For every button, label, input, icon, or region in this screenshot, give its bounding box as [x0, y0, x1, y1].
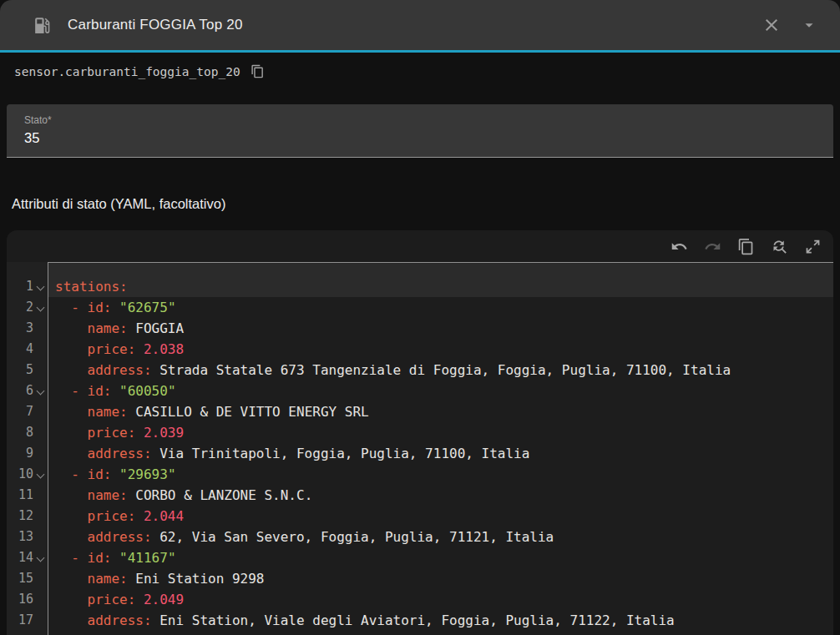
line-number-row: 13: [7, 527, 48, 547]
caret-down-icon: [800, 16, 818, 34]
line-number-row: 1: [7, 276, 48, 297]
line-number: 7: [7, 401, 33, 422]
chevron-down-icon: [37, 554, 45, 562]
entity-settings-dialog: Carburanti FOGGIA Top 20 sensor.carburan…: [0, 0, 840, 635]
code-line: address: Eni Station, Viale degli Aviato…: [55, 610, 833, 631]
fold-toggle[interactable]: [33, 464, 48, 485]
fold-toggle[interactable]: [33, 297, 48, 318]
redo-icon: [704, 238, 721, 255]
line-number: 15: [7, 568, 33, 589]
undo-icon: [670, 238, 688, 255]
redo-button: [704, 238, 721, 255]
copy-icon: [250, 64, 265, 78]
line-number: 10: [7, 464, 33, 485]
line-number: 3: [7, 318, 33, 339]
attributes-heading: Attributi di stato (YAML, facoltativo): [12, 196, 840, 212]
gas-station-icon: [32, 15, 53, 36]
line-number: 2: [7, 297, 33, 318]
code-line: price: 2.049: [55, 589, 833, 610]
line-number: 12: [7, 506, 33, 527]
code-line: - id: "41167": [55, 547, 833, 568]
line-number-row: 14: [7, 547, 48, 568]
line-number: 5: [7, 360, 33, 380]
code-line: name: CORBO & LANZONE S.N.C.: [55, 485, 833, 506]
line-number: 13: [7, 527, 33, 547]
line-number-row: 9: [7, 443, 48, 464]
line-number: 9: [7, 443, 33, 464]
line-number-row: 16: [7, 589, 48, 610]
find-replace-button[interactable]: [771, 238, 788, 255]
editor-toolbar: [7, 230, 833, 262]
entity-id: sensor.carburanti_foggia_top_20: [14, 65, 240, 78]
line-number: 17: [7, 610, 33, 631]
code-line: name: CASILLO & DE VITTO ENERGY SRL: [55, 401, 833, 422]
line-number-row: 7: [7, 401, 48, 422]
line-number: 8: [7, 422, 33, 443]
code-line: address: 62, Via San Severo, Foggia, Pug…: [55, 527, 833, 547]
chevron-down-icon: [37, 304, 45, 312]
fold-toggle[interactable]: [33, 547, 48, 568]
line-number-row: 3: [7, 318, 48, 339]
find-replace-icon: [771, 238, 788, 255]
dialog-header: Carburanti FOGGIA Top 20: [0, 0, 840, 50]
code-line: - id: "29693": [55, 464, 833, 485]
fullscreen-button[interactable]: [804, 238, 822, 255]
yaml-editor-card: 1234567891011121314151617 stations: - id…: [7, 230, 833, 635]
line-number-row: 17: [7, 610, 48, 631]
line-numbers-gutter: 1234567891011121314151617: [7, 262, 48, 635]
line-number-row: 12: [7, 506, 48, 527]
line-number-row: 15: [7, 568, 48, 589]
copy-entity-id-button[interactable]: [250, 64, 265, 78]
fold-toggle[interactable]: [33, 380, 48, 401]
expand-icon: [804, 238, 822, 255]
copy-yaml-button[interactable]: [737, 238, 755, 255]
code-line: - id: "62675": [55, 297, 833, 318]
code-line: address: Via Trinitapoli, Foggia, Puglia…: [55, 443, 833, 464]
overflow-menu-button[interactable]: [800, 16, 818, 34]
code-line: - id: "60050": [55, 380, 833, 401]
dialog-title: Carburanti FOGGIA Top 20: [68, 17, 762, 33]
chevron-down-icon: [37, 471, 45, 479]
undo-button[interactable]: [670, 238, 688, 255]
code-line: price: 2.038: [55, 339, 833, 360]
line-number-row: 2: [7, 297, 48, 318]
line-number-row: 11: [7, 485, 48, 506]
code-line: name: FOGGIA: [55, 318, 833, 339]
line-number-row: 6: [7, 380, 48, 401]
line-number: 11: [7, 485, 33, 506]
fold-toggle[interactable]: [33, 276, 48, 297]
yaml-editor: 1234567891011121314151617 stations: - id…: [7, 262, 833, 635]
state-field-label: Stato*: [24, 114, 817, 126]
line-number: 6: [7, 380, 33, 401]
state-field: Stato*: [7, 104, 833, 158]
chevron-down-icon: [37, 283, 45, 291]
line-number: 1: [7, 276, 33, 297]
yaml-editor-content[interactable]: stations: - id: "62675" name: FOGGIA pri…: [48, 262, 833, 635]
entity-id-row: sensor.carburanti_foggia_top_20: [0, 53, 840, 89]
state-input[interactable]: [24, 130, 358, 146]
line-number: 14: [7, 547, 33, 568]
code-line: price: 2.039: [55, 422, 833, 443]
copy-icon: [737, 238, 755, 255]
chevron-down-icon: [37, 387, 45, 396]
line-number-row: 8: [7, 422, 48, 443]
code-line: stations:: [55, 276, 833, 297]
line-number-row: 5: [7, 360, 48, 380]
code-line: name: Eni Station 9298: [55, 568, 833, 589]
close-icon: [762, 15, 782, 35]
code-line: price: 2.044: [55, 506, 833, 527]
code-line: address: Strada Statale 673 Tangenziale …: [55, 360, 833, 380]
line-number: 4: [7, 339, 33, 360]
line-number-row: 10: [7, 464, 48, 485]
line-number: 16: [7, 589, 33, 610]
line-number-row: 4: [7, 339, 48, 360]
close-button[interactable]: [762, 15, 782, 35]
